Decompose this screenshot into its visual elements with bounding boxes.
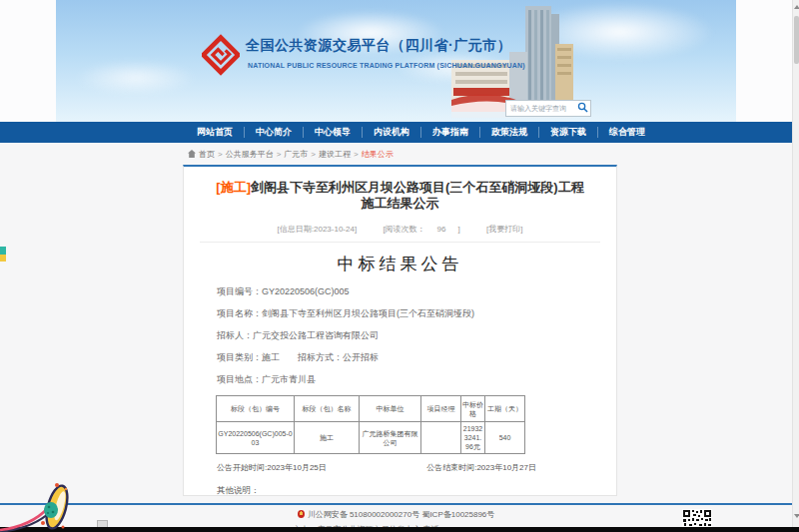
notice-fields: 项目编号：GY20220506(GC)005 项目名称：剑阁县下寺至利州区月坝公… — [217, 285, 600, 385]
breadcrumb-current: 结果公示 — [362, 149, 394, 160]
security-emblem-icon — [298, 510, 305, 518]
corner-doodle-decoration — [0, 479, 90, 532]
article-title: [施工]剑阁县下寺至利州区月坝公路项目(三个石至硝洞垭段)工程施工结果公示 — [214, 180, 586, 212]
col-section-name: 标段（包）名称 — [295, 396, 360, 422]
nav-item-service-guide[interactable]: 办事指南 — [421, 127, 480, 138]
platform-title: 全国公共资源交易平台（四川省·广元市） — [246, 37, 511, 55]
field-project-number: 项目编号：GY20220506(GC)005 — [217, 285, 600, 297]
bottom-black-bar — [0, 527, 799, 532]
cloud-decoration — [76, 60, 196, 96]
search-icon — [577, 101, 588, 116]
article-panel: [施工]剑阁县下寺至利州区月坝公路项目(三个石至硝洞垭段)工程施工结果公示 [信… — [183, 165, 617, 496]
breadcrumb-separator: > — [311, 150, 316, 159]
vertical-scrollbar[interactable] — [792, 0, 799, 532]
nav-item-downloads[interactable]: 资源下载 — [539, 127, 598, 138]
field-location: 项目地点：广元市青川县 — [217, 373, 600, 385]
col-bid-price: 中标价格 — [461, 396, 485, 422]
breadcrumb-separator: > — [354, 150, 359, 159]
announcement-times: 公告开始时间:2023年10月25日 公告结束时间:2023年10月27日 — [217, 462, 536, 473]
article-title-text: 剑阁县下寺至利州区月坝公路项目(三个石至硝洞垭段)工程施工结果公示 — [251, 180, 584, 211]
footer-divider-line — [0, 503, 792, 505]
page-margin-left — [0, 0, 56, 122]
nav-item-management[interactable]: 综合管理 — [598, 127, 656, 138]
announce-end-time: 公告结束时间:2023年10月27日 — [426, 462, 536, 473]
nav-item-center-intro[interactable]: 中心简介 — [245, 127, 304, 138]
scrollbar-thumb[interactable] — [794, 16, 799, 64]
article-meta: [信息日期:2023-10-24] [阅读次数：96] [我要打印] — [200, 224, 600, 235]
print-button[interactable]: [我要打印] — [486, 225, 522, 234]
breadcrumb-separator: > — [218, 150, 223, 159]
main-navbar: 网站首页 中心简介 中心领导 内设机构 办事指南 政策法规 资源下载 综合管理 — [0, 122, 792, 143]
views-prefix: [阅读次数： — [383, 225, 424, 234]
views-count: 96 — [437, 225, 446, 234]
field-tenderee: 招标人：广元交投公路工程咨询有限公司 — [217, 329, 600, 341]
search-input[interactable] — [506, 105, 574, 112]
nav-item-center-leaders[interactable]: 中心领导 — [304, 127, 363, 138]
search-button[interactable] — [574, 101, 590, 116]
home-icon — [188, 150, 196, 160]
article-category-tag: [施工] — [216, 180, 251, 195]
platform-logo-icon — [202, 34, 240, 76]
field-category-method: 项目类别：施工 招标方式：公开招标 — [217, 351, 600, 363]
meta-divider — [200, 242, 600, 243]
announce-start-time: 公告开始时间:2023年10月25日 — [217, 462, 327, 473]
col-project-manager: 项目经理 — [421, 396, 461, 422]
nav-item-internal-orgs[interactable]: 内设机构 — [363, 127, 421, 138]
scroll-down-arrow-icon[interactable] — [794, 514, 799, 518]
cell-bid-price: 219323241.96元 — [461, 422, 485, 454]
breadcrumb-item-city[interactable]: 广元市 — [284, 149, 308, 160]
header-banner: 全国公共资源交易平台（四川省·广元市） NATIONAL PUBLIC RESO… — [56, 0, 736, 122]
platform-subtitle: NATIONAL PUBLIC RESOURCE TRADING PLATFOR… — [248, 62, 525, 69]
footer-beian: 川公网安备 51080002000270号 蜀ICP备10025896号 — [308, 510, 495, 519]
breadcrumb-item-construction[interactable]: 建设工程 — [319, 149, 351, 160]
col-winning-bidder: 中标单位 — [360, 396, 421, 422]
search-box[interactable] — [505, 100, 591, 117]
floating-widget — [0, 247, 6, 262]
bid-result-table: 标段（包）编号 标段（包）名称 中标单位 项目经理 中标价格 工期（天） GY2… — [216, 395, 525, 454]
table-row: GY20220506(GC)005-003 施工 广元路桥集团有限公司 2193… — [217, 422, 525, 454]
cell-project-manager — [421, 422, 461, 454]
breadcrumb-item-platform[interactable]: 公共服务平台 — [226, 149, 274, 160]
views-suffix: ] — [458, 225, 460, 234]
cell-section-number: GY20220506(GC)005-003 — [217, 422, 295, 454]
col-duration: 工期（天） — [485, 396, 525, 422]
nav-item-home[interactable]: 网站首页 — [186, 127, 245, 138]
cell-duration: 540 — [485, 422, 525, 454]
qr-code — [682, 509, 712, 527]
breadcrumb: 首页 > 公共服务平台 > 广元市 > 建设工程 > 结果公示 — [188, 149, 394, 160]
breadcrumb-home[interactable]: 首页 — [199, 149, 215, 160]
field-project-name: 项目名称：剑阁县下寺至利州区月坝公路项目(三个石至硝洞垭段) — [217, 307, 600, 319]
notice-title: 中标结果公告 — [200, 253, 600, 275]
cell-section-name: 施工 — [295, 422, 360, 454]
col-section-number: 标段（包）编号 — [217, 396, 295, 422]
breadcrumb-separator: > — [277, 150, 282, 159]
other-note-label: 其他说明： — [217, 485, 600, 497]
page-margin-right — [736, 0, 792, 122]
nav-item-policies[interactable]: 政策法规 — [480, 127, 539, 138]
views-label: [阅读次数：96] — [375, 225, 467, 234]
scroll-up-arrow-icon[interactable] — [794, 5, 799, 9]
table-header-row: 标段（包）编号 标段（包）名称 中标单位 项目经理 中标价格 工期（天） — [217, 396, 525, 422]
cell-winning-bidder: 广元路桥集团有限公司 — [360, 422, 421, 454]
publish-date: [信息日期:2023-10-24] — [278, 225, 358, 234]
